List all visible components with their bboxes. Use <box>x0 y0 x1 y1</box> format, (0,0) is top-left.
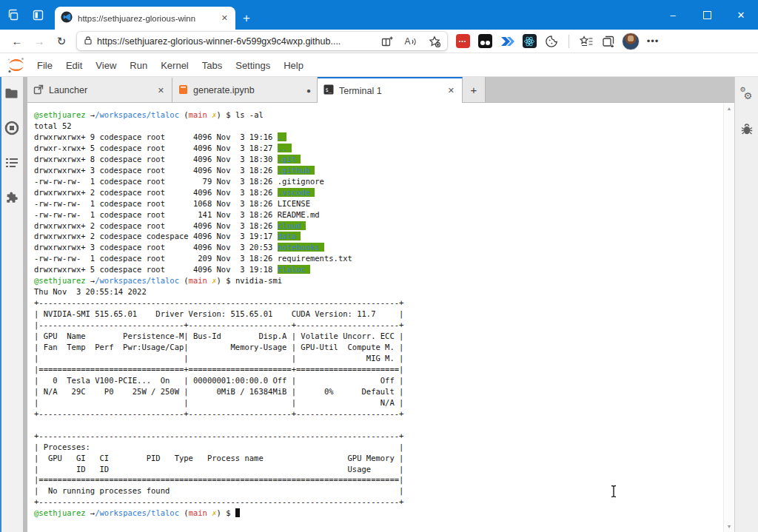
terminal-line: drwxrwxrwx+ 5 codespace root 4096 Nov 3 … <box>34 264 724 275</box>
browser-toolbar: ← → ↻ https://sethjuarez-glorious-winner… <box>0 30 758 53</box>
workspaces-icon[interactable] <box>0 2 25 27</box>
glasses-extension-icon[interactable] <box>475 33 494 50</box>
collections-icon[interactable] <box>599 33 618 50</box>
dock-tab-close-icon[interactable]: ✕ <box>156 86 166 95</box>
terminal-line: | | | MIG M. | <box>34 353 724 364</box>
dock-tab-generate-ipynb[interactable]: generate.ipynb● <box>172 77 318 102</box>
menu-item-tabs[interactable]: Tabs <box>195 60 229 71</box>
launcher-icon <box>33 84 44 97</box>
terminal-line: | Fan Temp Perf Pwr:Usage/Cap| Memory-Us… <box>34 342 724 353</box>
terminal-line: | No running processes found | <box>34 485 724 496</box>
maximize-button[interactable] <box>690 0 724 30</box>
dock-tab-close-icon[interactable]: ✕ <box>446 86 456 95</box>
terminal-line: +-------------------------------+-------… <box>34 408 724 420</box>
debugger-icon[interactable] <box>739 121 754 136</box>
terminal-line: | | | N/A | <box>34 397 724 408</box>
split-screen-icon[interactable] <box>378 33 397 50</box>
terminal-scrollbar[interactable]: ▲ ▼ <box>723 103 734 532</box>
terminal-line: | Processes: | <box>34 442 724 453</box>
terminal-line: | GPU GI CI PID Type Process name GPU Me… <box>34 453 724 464</box>
dock-tab-launcher[interactable]: Launcher✕ <box>27 77 172 102</box>
cookie-extension-icon[interactable] <box>542 33 561 50</box>
jupyter-main: Launcher✕generate.ipynb●$_Terminal 1✕+ @… <box>0 77 758 532</box>
menu-item-kernel[interactable]: Kernel <box>154 60 195 71</box>
terminal-line: | NVIDIA-SMI 515.65.01 Driver Version: 5… <box>34 309 724 320</box>
terminal-icon: $_ <box>323 84 334 97</box>
password-manager-extension-icon[interactable]: ••• <box>453 33 472 50</box>
menu-item-view[interactable]: View <box>89 60 123 71</box>
refresh-icon[interactable]: ↻ <box>52 35 71 48</box>
scroll-up-icon[interactable]: ▲ <box>724 106 734 111</box>
react-devtools-extension-icon[interactable] <box>520 33 539 50</box>
browser-tab-close-icon[interactable]: ✕ <box>220 13 229 23</box>
new-tab-button[interactable]: + <box>235 7 258 30</box>
terminal-line: | GPU Name Persistence-M| Bus-Id Disp.A … <box>34 331 724 342</box>
browser-window: https://sethjuarez-glorious-winn ✕ + – ✕… <box>0 0 758 532</box>
dock-tab-terminal-1[interactable]: $_Terminal 1✕ <box>318 77 463 103</box>
menu-item-settings[interactable]: Settings <box>229 60 277 71</box>
table-of-contents-icon[interactable] <box>4 155 19 170</box>
codespaces-favicon-icon <box>61 11 73 26</box>
terminal-line <box>34 420 724 431</box>
terminal-line: drwxrwxrwx+ 3 codespace root 4096 Nov 3 … <box>34 242 724 253</box>
terminal-cursor <box>235 508 240 517</box>
scroll-down-icon[interactable]: ▼ <box>724 524 734 529</box>
terminal-line: Thu Nov 3 20:55:14 2022 <box>34 286 724 297</box>
terminal-line: | N/A 29C P0 25W / 250W | 0MiB / 16384Mi… <box>34 386 724 397</box>
add-favorite-icon[interactable] <box>425 33 444 50</box>
window-close-button[interactable]: ✕ <box>724 0 758 30</box>
toolbar-divider <box>568 35 569 48</box>
menu-item-help[interactable]: Help <box>277 60 310 71</box>
dock-tab-label: Terminal 1 <box>339 86 441 96</box>
read-aloud-icon[interactable]: A <box>401 33 420 50</box>
favorites-bar-icon[interactable] <box>577 33 596 50</box>
terminal-line: +---------------------------------------… <box>34 496 724 508</box>
terminal-line: |===============================+=======… <box>34 364 724 375</box>
jupyter-tabbar: Launcher✕generate.ipynb●$_Terminal 1✕+ <box>27 77 734 103</box>
unsaved-changes-dot: ● <box>306 87 311 95</box>
menu-item-run[interactable]: Run <box>123 60 154 71</box>
address-bar[interactable]: https://sethjuarez-glorious-winner-6v599… <box>77 32 447 50</box>
url-text[interactable]: https://sethjuarez-glorious-winner-6v599… <box>97 36 373 47</box>
password-manager-dots: ••• <box>456 34 470 48</box>
notebook-icon <box>178 84 188 97</box>
svg-text:$_: $_ <box>326 87 332 93</box>
menu-item-edit[interactable]: Edit <box>59 60 89 71</box>
new-dock-tab-button[interactable]: + <box>463 77 486 102</box>
terminal-line: -rw-rw-rw- 1 codespace root 79 Nov 3 18:… <box>34 176 724 187</box>
window-edge-accent <box>0 77 1 532</box>
maximize-icon <box>703 11 711 19</box>
running-kernels-icon[interactable] <box>4 121 19 135</box>
terminal-line: @sethjuarez →/workspaces/tlaloc (main ✗)… <box>34 275 724 286</box>
terminal-line: +---------------------------------------… <box>34 431 724 442</box>
jupyter-menu: FileEditViewRunKernelTabsSettingsHelp <box>30 60 310 71</box>
jupyter-menubar: FileEditViewRunKernelTabsSettingsHelp <box>0 54 758 77</box>
terminal-line: drwxrwxrwx+ 2 codespace codespace 4096 N… <box>34 231 724 242</box>
terminal-output[interactable]: @sethjuarez →/workspaces/tlaloc (main ✗)… <box>27 103 724 532</box>
menu-item-file[interactable]: File <box>30 60 59 71</box>
back-icon[interactable]: ← <box>7 35 27 47</box>
terminal-line: total 52 <box>34 121 724 132</box>
terminal-line: drwxrwxrwx+ 9 codespace root 4096 Nov 3 … <box>34 132 724 143</box>
dock-tab-label: Launcher <box>49 85 151 95</box>
extension-manager-icon[interactable] <box>4 190 19 205</box>
terminal-line: -rw-rw-rw- 1 codespace root 141 Nov 3 18… <box>34 209 724 220</box>
property-inspector-icon[interactable]: ⚙⚙ <box>739 87 754 102</box>
terminal-line: drwxrwxrwx+ 2 codespace root 4096 Nov 3 … <box>34 220 724 232</box>
file-browser-icon[interactable] <box>4 86 19 101</box>
tab-actions-icon[interactable] <box>25 2 50 27</box>
terminal-line: drwxr-xrwx+ 5 codespace root 4096 Nov 3 … <box>34 143 724 154</box>
terminal-line: |=======================================… <box>34 474 724 485</box>
browser-titlebar: https://sethjuarez-glorious-winn ✕ + – ✕ <box>0 0 758 30</box>
terminal-line: @sethjuarez →/workspaces/tlaloc (main ✗)… <box>34 508 724 519</box>
terminal-line: +---------------------------------------… <box>34 297 724 309</box>
settings-more-icon[interactable]: ••• <box>643 33 663 50</box>
terminal-panel[interactable]: @sethjuarez →/workspaces/tlaloc (main ✗)… <box>27 103 734 532</box>
profile-avatar[interactable] <box>621 33 640 50</box>
browser-tab[interactable]: https://sethjuarez-glorious-winn ✕ <box>55 7 235 30</box>
left-sidebar <box>0 77 27 532</box>
power-automate-extension-icon[interactable] <box>497 33 517 50</box>
minimize-button[interactable]: – <box>656 0 690 30</box>
terminal-line: | ID ID Usage | <box>34 464 724 475</box>
dock-tab-label: generate.ipynb <box>193 85 301 95</box>
